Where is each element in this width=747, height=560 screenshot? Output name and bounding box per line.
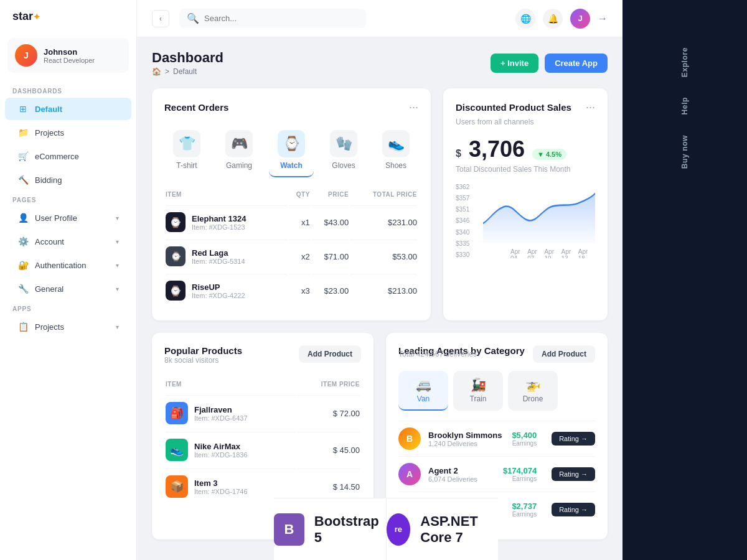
agents-title-group: Leading Agents by Category Total 424,567…	[398, 345, 525, 368]
card-menu-icon[interactable]: ···	[586, 101, 595, 114]
globe-icon[interactable]: 🌐	[515, 9, 535, 29]
agent-avatar: B	[398, 427, 421, 450]
chart-date: Apr 18	[578, 248, 595, 258]
user-icon: 👤	[17, 212, 29, 223]
item-image: ⌚	[166, 281, 186, 301]
agent-earnings: $5,400	[512, 431, 537, 440]
sidebar-item-label: User Profile	[35, 213, 110, 223]
chart-labels: $362 $357 $351 $346 $340 $335 $330	[456, 184, 481, 258]
rating-button[interactable]: Rating →	[552, 432, 595, 446]
agent-earnings-group: $5,400 Earnings	[512, 431, 537, 447]
sidebar-item-bidding[interactable]: 🔨 Bidding	[5, 169, 131, 191]
item-qty: x3	[289, 274, 309, 307]
sales-number: 3,706	[469, 136, 525, 162]
item-id: Item: #XDG-5314	[192, 258, 245, 265]
tab-drone[interactable]: 🚁 Drone	[508, 371, 558, 411]
lock-icon: 🔐	[17, 259, 29, 271]
popular-header: Popular Products 8k social visitors Add …	[164, 345, 361, 375]
aspnet-text: ASP.NET Core 7	[420, 513, 498, 546]
tab-tshirt[interactable]: 👕 T-shirt	[164, 124, 209, 177]
topbar-avatar[interactable]: J	[570, 9, 590, 29]
search-box[interactable]: 🔍	[179, 9, 366, 28]
sidebar-item-user-profile[interactable]: 👤 User Profile ▾	[5, 207, 131, 229]
chevron-down-icon: ▾	[116, 238, 119, 245]
header-actions: + Invite Create App	[491, 54, 608, 73]
logo: star✦	[0, 0, 136, 33]
create-app-button[interactable]: Create App	[545, 54, 608, 73]
cat-label: Van	[417, 394, 430, 403]
sales-description: Total Discounted Sales This Month	[456, 165, 595, 174]
chart-label: $351	[456, 206, 481, 213]
arrow-right-icon[interactable]: →	[598, 13, 608, 24]
sidebar-item-default[interactable]: ⊞ Default	[5, 98, 131, 120]
search-input[interactable]	[204, 14, 359, 23]
overlay-ads: B Bootstrap 5 re ASP.NET Core 7	[274, 498, 498, 560]
tab-shoes[interactable]: 👟 Shoes	[374, 124, 418, 177]
table-row: ⌚ Elephant 1324 Item: #XDG-1523 x1 $43.0…	[166, 205, 417, 238]
bootstrap-icon: B	[274, 513, 304, 546]
sidebar-item-apps-projects[interactable]: 📋 Projects ▾	[5, 315, 131, 338]
bootstrap-text: Bootstrap 5	[314, 513, 386, 546]
sidebar-item-account[interactable]: ⚙️ Account ▾	[5, 230, 131, 253]
sidebar-item-ecommerce[interactable]: 🛒 eCommerce	[5, 145, 131, 167]
sidebar-item-authentication[interactable]: 🔐 Authentication ▾	[5, 254, 131, 276]
col-item: ITEM	[166, 378, 296, 394]
item-image: ⌚	[166, 212, 186, 232]
tab-van[interactable]: 🚐 Van	[398, 371, 448, 411]
tab-train[interactable]: 🚂 Train	[453, 371, 503, 411]
avatar: J	[15, 44, 37, 67]
item-price: $ 72.00	[298, 395, 360, 431]
shoes-icon: 👟	[382, 130, 410, 157]
user-profile-card[interactable]: J Johnson React Developer	[7, 38, 129, 73]
train-icon: 🚂	[471, 377, 486, 392]
chart-container: $362 $357 $351 $346 $340 $335 $330	[456, 184, 595, 258]
chart-label: $335	[456, 240, 481, 247]
breadcrumb-sep: >	[165, 67, 169, 76]
col-price: PRICE	[311, 189, 349, 204]
chart-label: $357	[456, 195, 481, 202]
card-title: Recent Orders	[164, 102, 228, 113]
chart-label: $340	[456, 229, 481, 236]
sidebar-item-label: eCommerce	[35, 152, 119, 161]
card-menu-icon[interactable]: ···	[409, 101, 418, 114]
agent-row: B Brooklyn Simmons 1,240 Deliveries $5,4…	[398, 421, 595, 456]
topbar: ‹ 🔍 🌐 🔔 J →	[137, 0, 622, 37]
ad-bootstrap[interactable]: B Bootstrap 5	[274, 498, 386, 560]
tab-gaming[interactable]: 🎮 Gaming	[217, 124, 261, 177]
tab-label: Gloves	[332, 161, 355, 170]
cat-label: Train	[470, 394, 487, 403]
add-product-button-agents[interactable]: Add Product	[533, 345, 595, 363]
card-header: Recent Orders ···	[164, 101, 418, 114]
earnings-label: Earnings	[512, 511, 537, 518]
explore-button[interactable]: Explore	[674, 37, 695, 87]
help-button[interactable]: Help	[674, 87, 695, 124]
table-row: ⌚ RiseUP Item: #XDG-4222 x3 $23.00 $213.…	[166, 274, 417, 307]
sales-subtitle: Users from all channels	[456, 118, 595, 126]
tab-watch[interactable]: ⌚ Watch	[269, 124, 314, 177]
card-header: Discounted Product Sales ···	[456, 101, 595, 114]
gloves-icon: 🧤	[330, 130, 357, 157]
invite-button[interactable]: + Invite	[491, 54, 538, 73]
ad-aspnet[interactable]: re ASP.NET Core 7	[386, 498, 499, 560]
orders-table: ITEM QTY PRICE TOTAL PRICE ⌚	[164, 187, 418, 308]
collapse-button[interactable]: ‹	[152, 10, 169, 27]
sidebar-item-label: Bidding	[35, 175, 119, 185]
rating-button[interactable]: Rating →	[552, 503, 595, 516]
chevron-down-icon: ▾	[116, 262, 119, 269]
agent-earnings: $174,074	[503, 466, 537, 475]
buy-now-button[interactable]: Buy now	[674, 125, 695, 179]
item-info: Red Laga Item: #XDG-5314	[192, 248, 245, 265]
add-product-button[interactable]: Add Product	[299, 345, 361, 363]
page-header: Dashboard 🏠 > Default + Invite Create Ap…	[152, 50, 608, 76]
sidebar-item-label: Default	[35, 105, 119, 114]
wrench-icon: 🔧	[17, 283, 29, 294]
rating-button[interactable]: Rating →	[552, 467, 595, 481]
sidebar-item-general[interactable]: 🔧 General ▾	[5, 278, 131, 300]
notification-icon[interactable]: 🔔	[543, 9, 563, 29]
tab-gloves[interactable]: 🧤 Gloves	[321, 124, 366, 177]
breadcrumb-current: Default	[173, 67, 197, 76]
sidebar-item-label: Projects	[35, 322, 110, 332]
page-title: Dashboard	[152, 50, 223, 66]
chart-label: $330	[456, 251, 481, 258]
sidebar-item-projects[interactable]: 📁 Projects	[5, 121, 131, 144]
